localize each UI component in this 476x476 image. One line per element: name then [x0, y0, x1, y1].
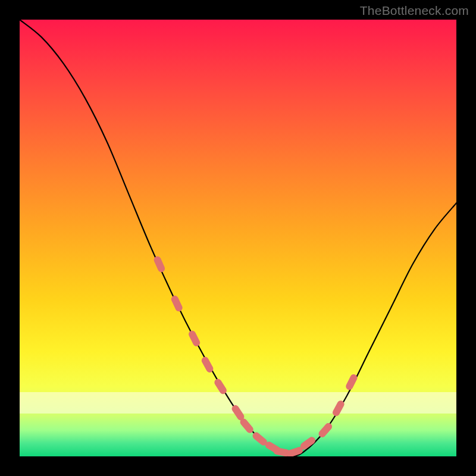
- bottleneck-curve: [20, 20, 456, 456]
- curve-layer: [20, 20, 456, 456]
- highlight-dots: [158, 260, 354, 453]
- highlight-dot: [236, 409, 241, 416]
- highlight-dot: [218, 383, 223, 390]
- highlight-dot: [205, 361, 210, 369]
- highlight-dot: [244, 422, 250, 429]
- plot-area: [20, 20, 456, 456]
- highlight-dot: [175, 299, 179, 308]
- highlight-dot: [290, 450, 299, 453]
- highlight-dot: [349, 378, 353, 386]
- highlight-dot: [256, 436, 264, 442]
- highlight-dot: [336, 404, 341, 412]
- chart-frame: TheBottleneck.com: [0, 0, 476, 476]
- watermark-text: TheBottleneck.com: [360, 4, 469, 18]
- highlight-dot: [277, 451, 287, 453]
- highlight-dot: [192, 334, 196, 343]
- highlight-dot: [322, 427, 329, 434]
- highlight-dot: [158, 260, 161, 269]
- highlight-dot: [304, 440, 312, 446]
